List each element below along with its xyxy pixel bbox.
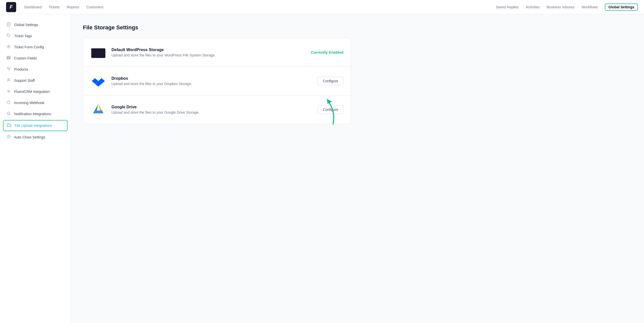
app-logo[interactable]: F — [6, 2, 16, 12]
nav-tickets[interactable]: Tickets — [49, 5, 60, 9]
sidebar-label-products: Products — [14, 67, 28, 71]
sidebar-item-auto-close-settings[interactable]: Auto Close Settings — [0, 132, 71, 143]
svg-point-9 — [8, 70, 9, 70]
sidebar-label-ticket-form-config: Ticket Form Config — [14, 45, 44, 49]
sidebar-label-global-settings: Global Settings — [14, 23, 38, 27]
svg-point-5 — [8, 46, 9, 47]
nav-workflows[interactable]: Workflows — [582, 5, 598, 9]
dropbox-storage-name: Dropbox — [111, 76, 312, 81]
nav-dashboard[interactable]: Dashboard — [24, 5, 42, 9]
sidebar-item-products[interactable]: Products — [0, 64, 71, 75]
sidebar-item-support-staff[interactable]: Support Staff — [0, 75, 71, 86]
main-content: File Storage Settings Default WordPress … — [71, 14, 644, 323]
sidebar-item-global-settings[interactable]: Global Settings — [0, 19, 71, 30]
gdrive-storage-desc: Upload and store the files to your Googl… — [111, 110, 312, 114]
nav-customers[interactable]: Customers — [86, 5, 103, 9]
nav-reports[interactable]: Reports — [67, 5, 79, 9]
sidebar-item-custom-fields[interactable]: Custom Fields — [0, 53, 71, 64]
main-layout: Global Settings Ticket Tags Ticket Form … — [0, 14, 644, 323]
nav-right-items: Saved Replies Activities Business Inboxe… — [496, 4, 638, 11]
storage-row-dropbox: Dropbox Upload and store the files to yo… — [83, 67, 351, 95]
top-navigation: F Dashboard Tickets Reports Customers Sa… — [0, 0, 644, 14]
wordpress-storage-action: Currently Enabled — [311, 50, 343, 55]
gdrive-storage-name: Google Drive — [111, 105, 312, 109]
sidebar-label-custom-fields: Custom Fields — [14, 56, 37, 60]
clock-icon — [6, 135, 11, 140]
page-title: File Storage Settings — [83, 24, 632, 31]
svg-point-11 — [8, 78, 9, 80]
gear-icon — [6, 45, 11, 50]
wordpress-storage-info: Default WordPress Storage Upload and sto… — [111, 48, 306, 57]
svg-point-13 — [7, 90, 10, 93]
sidebar: Global Settings Ticket Tags Ticket Form … — [0, 14, 71, 323]
storage-options-container: Default WordPress Storage Upload and sto… — [83, 38, 351, 124]
integration-icon — [6, 89, 11, 94]
svg-rect-7 — [7, 57, 10, 58]
sidebar-label-notification-integrations: Notification Integrations — [14, 112, 51, 116]
gdrive-logo — [90, 102, 106, 118]
person-icon — [6, 78, 11, 83]
webhook-icon — [6, 100, 11, 105]
bell-icon — [6, 111, 11, 116]
currently-enabled-label: Currently Enabled — [311, 50, 343, 54]
svg-point-4 — [8, 35, 8, 35]
dropbox-logo — [90, 73, 106, 89]
svg-point-12 — [8, 90, 9, 92]
nav-left-items: Dashboard Tickets Reports Customers — [24, 5, 103, 9]
dropbox-storage-info: Dropbox Upload and store the files to yo… — [111, 76, 312, 86]
sidebar-item-incoming-webhook[interactable]: Incoming Webhook — [0, 97, 71, 108]
sidebar-item-file-upload-integrations[interactable]: File Upload Integrations — [3, 120, 67, 131]
nav-saved-replies[interactable]: Saved Replies — [496, 5, 519, 9]
sidebar-item-fluent-crm[interactable]: FluentCRM Integration — [0, 86, 71, 97]
dropbox-storage-action: Configure — [317, 77, 343, 85]
green-arrow-annotation — [313, 96, 343, 127]
sidebar-item-ticket-form-config[interactable]: Ticket Form Config — [0, 42, 71, 53]
dropbox-configure-button[interactable]: Configure — [317, 77, 343, 85]
sidebar-label-ticket-tags: Ticket Tags — [14, 34, 32, 38]
gdrive-storage-info: Google Drive Upload and store the files … — [111, 105, 312, 114]
dropbox-storage-desc: Upload and store the files to your Dropb… — [111, 82, 312, 86]
sidebar-label-auto-close-settings: Auto Close Settings — [14, 135, 45, 139]
tag-icon — [6, 33, 11, 38]
nav-global-settings[interactable]: Global Settings — [605, 4, 638, 11]
sidebar-label-support-staff: Support Staff — [14, 78, 35, 83]
sidebar-item-notification-integrations[interactable]: Notification Integrations — [0, 108, 71, 119]
wordpress-logo — [90, 44, 106, 60]
storage-row-wordpress: Default WordPress Storage Upload and sto… — [83, 38, 351, 67]
sidebar-item-ticket-tags[interactable]: Ticket Tags — [0, 30, 71, 42]
sidebar-label-file-upload-integrations: File Upload Integrations — [15, 124, 52, 128]
svg-rect-8 — [7, 58, 10, 59]
nav-business-inboxes[interactable]: Business Inboxes — [547, 5, 574, 9]
storage-row-gdrive: Google Drive Upload and store the files … — [83, 95, 351, 124]
document-icon — [6, 22, 11, 27]
svg-rect-16 — [91, 48, 96, 50]
nav-activities[interactable]: Activities — [526, 5, 540, 9]
svg-rect-6 — [7, 56, 10, 57]
svg-point-10 — [9, 70, 10, 70]
wordpress-storage-name: Default WordPress Storage — [111, 48, 306, 52]
list-icon — [6, 56, 11, 61]
sidebar-label-incoming-webhook: Incoming Webhook — [14, 101, 44, 105]
sidebar-label-fluent-crm: FluentCRM Integration — [14, 90, 50, 94]
shopping-icon — [6, 67, 11, 72]
folder-upload-icon — [7, 123, 12, 128]
svg-marker-22 — [93, 111, 104, 113]
logo-text: F — [10, 4, 13, 10]
wordpress-storage-desc: Upload and store the files to your WordP… — [111, 53, 306, 57]
